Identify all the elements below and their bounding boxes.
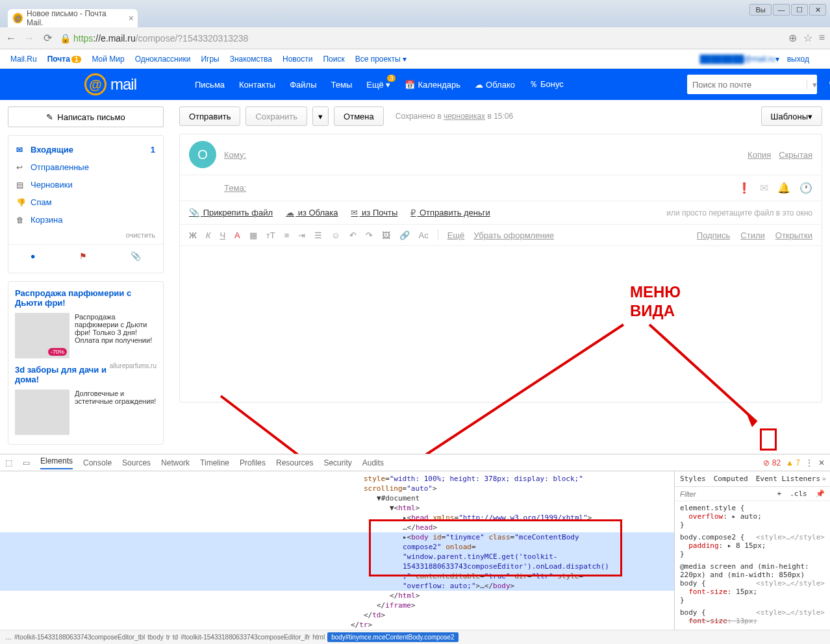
menu-letters[interactable]: Письма: [195, 80, 225, 90]
drafts-link[interactable]: черновиках: [444, 112, 485, 121]
devtools-tab-elements[interactable]: Elements: [40, 456, 73, 469]
menu-cloud[interactable]: ☁Облако: [475, 80, 515, 90]
flagged-filter[interactable]: ⚑: [79, 251, 87, 261]
undo-icon[interactable]: ↶: [349, 230, 357, 240]
clear-link[interactable]: очистить: [8, 229, 163, 242]
breadcrumb[interactable]: … #toolkit-154331880633743composeEditor_…: [0, 630, 830, 644]
align-icon[interactable]: ≡: [284, 230, 290, 240]
clear-format[interactable]: Убрать оформление: [473, 230, 554, 240]
devtools-tab-audits[interactable]: Audits: [362, 458, 384, 467]
italic-icon[interactable]: К: [206, 230, 211, 240]
chrome-menu-icon[interactable]: ≡: [819, 32, 825, 44]
list-icon[interactable]: ☰: [314, 230, 322, 240]
nav-news[interactable]: Новости: [283, 55, 312, 64]
devtools-tab-network[interactable]: Network: [161, 458, 190, 467]
underline-icon[interactable]: Ч: [220, 230, 225, 240]
menu-contacts[interactable]: Контакты: [239, 80, 275, 90]
search-input[interactable]: [687, 80, 807, 90]
reminder-icon[interactable]: 🔔: [777, 182, 790, 194]
mail-logo[interactable]: @ mail: [84, 73, 136, 95]
cls-toggle[interactable]: .cls: [790, 489, 807, 498]
folder-spam[interactable]: 👎Спам: [8, 193, 163, 211]
window-maximize-button[interactable]: ☐: [791, 4, 808, 16]
device-icon[interactable]: ▭: [23, 458, 30, 467]
attach-mail[interactable]: ✉ из Почты: [351, 208, 397, 217]
cc-link[interactable]: Копия: [748, 150, 771, 160]
templates-button[interactable]: Шаблоны ▾: [761, 106, 823, 126]
tab-close-icon[interactable]: ×: [129, 13, 134, 23]
warning-count[interactable]: ▲ 7: [786, 458, 800, 467]
listeners-tab[interactable]: Event Listeners: [756, 475, 820, 483]
folder-drafts[interactable]: ▤Черновики: [8, 176, 163, 193]
nav-ok[interactable]: Одноклассники: [135, 55, 191, 64]
nav-pochta[interactable]: Почта1: [47, 55, 82, 64]
chrome-user-button[interactable]: Вы: [749, 4, 772, 16]
elements-tree[interactable]: style="width: 100%; height: 378px; displ…: [0, 471, 674, 630]
save-dropdown[interactable]: ▾: [312, 106, 329, 126]
styles-filter[interactable]: [680, 490, 719, 498]
devtools-tab-profiles[interactable]: Profiles: [240, 458, 266, 467]
logout-link[interactable]: выход: [787, 55, 809, 64]
devtools-tab-sources[interactable]: Sources: [122, 458, 151, 467]
nav-mailru[interactable]: Mail.Ru: [10, 55, 37, 64]
attach-filter[interactable]: 📎: [131, 251, 141, 261]
bcc-link[interactable]: Скрытая: [779, 150, 812, 160]
redo-icon[interactable]: ↷: [366, 230, 373, 240]
ad-title-1[interactable]: Распродажа парфюмерии с Дьюти фри!: [15, 288, 157, 308]
color-icon[interactable]: А: [234, 230, 240, 240]
forward-button[interactable]: →: [23, 32, 35, 44]
image-icon[interactable]: 🖼: [382, 230, 390, 240]
editor-more[interactable]: Ещё: [447, 230, 465, 240]
cancel-button[interactable]: Отмена: [334, 106, 384, 126]
ad-image-1[interactable]: -70%: [15, 313, 69, 358]
folder-trash[interactable]: 🗑Корзина: [8, 211, 163, 229]
priority-icon[interactable]: ❗: [738, 182, 751, 194]
styles-link[interactable]: Стили: [740, 230, 764, 240]
signature-link[interactable]: Подпись: [697, 230, 730, 240]
devtools-tab-security[interactable]: Security: [323, 458, 351, 467]
send-money[interactable]: ₽ Отправить деньги: [410, 208, 490, 217]
search-dropdown-icon[interactable]: ▾: [807, 80, 822, 90]
menu-files[interactable]: Файлы: [290, 80, 316, 90]
folder-sent[interactable]: ↩Отправленные: [8, 158, 163, 176]
notify-icon[interactable]: ✉: [760, 182, 768, 194]
unread-filter[interactable]: ●: [31, 251, 36, 261]
emoji-icon[interactable]: ☺: [331, 230, 340, 240]
window-minimize-button[interactable]: —: [773, 4, 790, 16]
window-close-button[interactable]: ✕: [809, 4, 826, 16]
menu-bonus[interactable]: ％Бонус: [529, 79, 564, 90]
nav-search[interactable]: Поиск: [323, 55, 344, 64]
styles-tab[interactable]: Styles: [680, 475, 706, 483]
styles-more-icon[interactable]: »: [822, 475, 826, 483]
folder-inbox[interactable]: ✉Входящие1: [8, 141, 163, 158]
error-count[interactable]: ⊘ 82: [763, 458, 781, 467]
search-box[interactable]: ▾ 🔍: [687, 75, 817, 94]
computed-tab[interactable]: Computed: [714, 475, 748, 483]
css-rules[interactable]: element.style { overflow: ▸ auto;} body.…: [675, 501, 830, 630]
to-label[interactable]: Кому:: [224, 150, 250, 160]
browser-tab[interactable]: @ Новое письмо - Почта Mail. ×: [8, 9, 138, 27]
ad-image-2[interactable]: [15, 390, 69, 435]
menu-calendar[interactable]: 📅Календарь: [405, 80, 460, 90]
menu-more[interactable]: Ещё ▾3: [366, 80, 390, 90]
address-bar[interactable]: 🔒 https ://e.mail.ru /compose/?154332031…: [60, 33, 782, 43]
nav-moimir[interactable]: Мой Мир: [92, 55, 124, 64]
reload-button[interactable]: ⟳: [42, 32, 53, 44]
zoom-icon[interactable]: ⊕: [788, 32, 797, 44]
pin-icon[interactable]: 📌: [816, 489, 825, 498]
translit-icon[interactable]: Ас: [419, 230, 429, 240]
devtools-tab-timeline[interactable]: Timeline: [200, 458, 229, 467]
attach-cloud[interactable]: ☁ из Облака: [286, 208, 338, 217]
devtools-close-icon[interactable]: ✕: [818, 458, 825, 467]
devtools-tab-resources[interactable]: Resources: [276, 458, 313, 467]
bookmark-icon[interactable]: ☆: [803, 32, 812, 44]
link-icon[interactable]: 🔗: [399, 230, 410, 240]
bgcolor-icon[interactable]: ▦: [249, 230, 257, 240]
nav-projects[interactable]: Все проекты ▾: [355, 55, 407, 64]
search-icon[interactable]: 🔍: [822, 79, 830, 91]
back-button[interactable]: ←: [5, 32, 17, 44]
nav-dating[interactable]: Знакомства: [230, 55, 272, 64]
devtools-menu-icon[interactable]: ⋮: [805, 458, 813, 467]
devtools-tab-console[interactable]: Console: [83, 458, 112, 467]
indent-icon[interactable]: ⇥: [298, 230, 305, 240]
